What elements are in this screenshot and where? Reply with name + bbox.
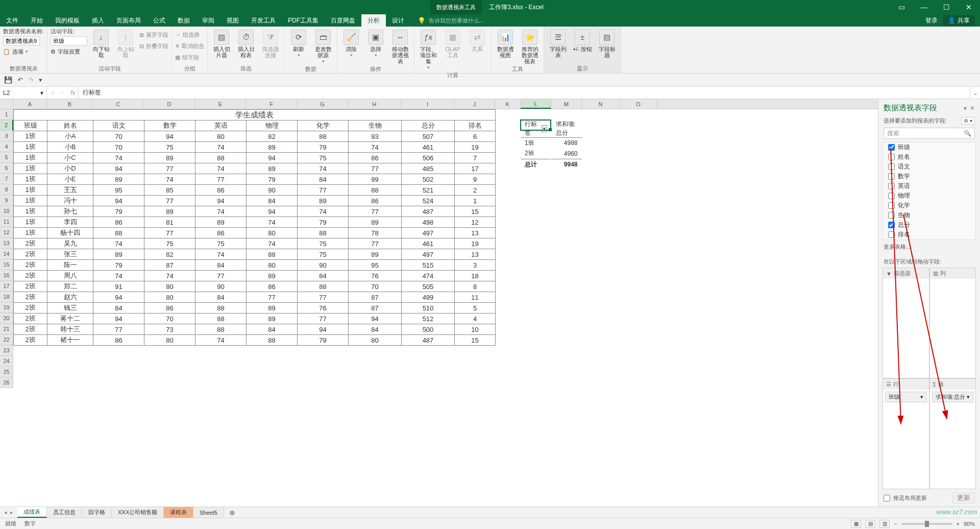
pivot-chart-button[interactable]: 📊数据透视图: [495, 28, 516, 58]
close-button[interactable]: ✕: [958, 0, 980, 14]
recommended-pivot-button[interactable]: ⭐推荐的数据透视表: [519, 28, 541, 64]
field-checkbox-row[interactable]: 姓名: [888, 152, 970, 162]
name-box[interactable]: L2 ▾: [0, 87, 47, 99]
pane-layout-button[interactable]: ⚙ ▾: [961, 117, 975, 125]
active-field-input[interactable]: [51, 36, 87, 45]
field-checkbox-row[interactable]: 总分: [888, 220, 970, 230]
field-headers-toggle[interactable]: ▤字段标题: [596, 28, 618, 58]
cancel-formula-icon[interactable]: ✕: [50, 89, 55, 97]
olap-tools-button[interactable]: ▦OLAP 工具: [442, 28, 463, 58]
ribbon-tab-10[interactable]: PDF工具集: [282, 14, 325, 27]
column-header[interactable]: J: [454, 99, 495, 109]
sheet-tab[interactable]: 课程表: [164, 507, 193, 518]
row-field-chip[interactable]: 班级▾: [885, 392, 927, 402]
column-header[interactable]: C: [93, 99, 144, 109]
select-all-corner[interactable]: [0, 99, 13, 109]
field-list-toggle[interactable]: ☰字段列表: [547, 28, 569, 58]
redo-icon[interactable]: ↷: [28, 76, 34, 84]
ribbon-tab-7[interactable]: 审阅: [196, 14, 220, 27]
row-header[interactable]: 4: [0, 141, 13, 152]
row-header[interactable]: 18: [0, 292, 13, 302]
column-header[interactable]: E: [195, 99, 246, 109]
drill-up-button[interactable]: ↑向上钻取: [115, 28, 136, 58]
insert-slicer-button[interactable]: ▤插入切片器: [211, 28, 232, 58]
field-checkbox[interactable]: [888, 193, 895, 199]
fields-items-sets-button[interactable]: ƒx字段、项目和集▾: [418, 28, 439, 70]
ribbon-tab-8[interactable]: 视图: [220, 14, 245, 27]
save-icon[interactable]: 💾: [4, 76, 12, 84]
close-pane-icon[interactable]: ✕: [970, 105, 975, 112]
drill-down-button[interactable]: ↓向下钻取: [90, 28, 112, 58]
row-header[interactable]: 11: [0, 217, 13, 227]
qat-customize-icon[interactable]: ▾: [39, 76, 42, 84]
row-header[interactable]: 1: [0, 109, 13, 120]
sheet-tab[interactable]: 员工信息: [47, 507, 82, 518]
column-header[interactable]: H: [348, 99, 401, 109]
maximize-button[interactable]: ☐: [935, 0, 958, 14]
row-header[interactable]: 6: [0, 163, 13, 174]
field-checkbox-row[interactable]: 语文: [888, 162, 970, 172]
ribbon-tab-12[interactable]: 分析: [361, 14, 386, 27]
field-checkbox[interactable]: [888, 183, 895, 189]
pane-dropdown-icon[interactable]: ▾: [964, 105, 967, 112]
expand-field-button[interactable]: ⊞ 展开字段: [139, 30, 168, 40]
row-header[interactable]: 13: [0, 238, 13, 249]
row-header[interactable]: 9: [0, 195, 13, 206]
row-header[interactable]: 17: [0, 281, 13, 292]
select-button[interactable]: ▣选择▾: [365, 28, 386, 58]
column-header[interactable]: M: [551, 99, 582, 109]
row-header[interactable]: 23: [0, 345, 13, 356]
defer-layout-checkbox[interactable]: [884, 495, 890, 501]
worksheet-grid[interactable]: ABCDEFGHIJKLMNO 123456789101112131415161…: [0, 99, 878, 507]
pivot-options-button[interactable]: 📋 选项 ▾: [3, 46, 44, 57]
update-button[interactable]: 更新: [952, 492, 975, 503]
ribbon-tab-9[interactable]: 开发工具: [245, 14, 282, 27]
login-button[interactable]: 登录: [920, 16, 943, 25]
area-columns[interactable]: ▥列: [929, 268, 976, 378]
column-header[interactable]: B: [47, 99, 93, 109]
field-checkbox-row[interactable]: 化学: [888, 201, 970, 210]
zoom-in-icon[interactable]: +: [957, 521, 960, 527]
group-field-button[interactable]: ▦ 组字段: [175, 52, 204, 62]
group-selection-button[interactable]: → 组选择: [175, 30, 204, 40]
field-checkbox[interactable]: [888, 144, 895, 151]
field-checkbox-row[interactable]: 英语: [888, 181, 970, 191]
refresh-button[interactable]: ⟳刷新▾: [288, 28, 309, 58]
add-sheet-button[interactable]: ⊕: [224, 507, 240, 518]
formula-input[interactable]: 行标签: [79, 87, 970, 99]
row-header[interactable]: 19: [0, 302, 13, 313]
row-header[interactable]: 24: [0, 356, 13, 367]
sheet-tab[interactable]: 成绩表: [17, 507, 47, 518]
page-layout-view-icon[interactable]: ▤: [865, 520, 875, 528]
ribbon-display-options-icon[interactable]: ▭: [890, 0, 913, 14]
row-header[interactable]: 15: [0, 259, 13, 270]
field-checkbox[interactable]: [888, 222, 895, 228]
ribbon-tab-3[interactable]: 插入: [86, 14, 110, 27]
field-checkbox[interactable]: [888, 154, 895, 160]
field-checkbox[interactable]: [888, 231, 895, 238]
field-checkbox-row[interactable]: 生物: [888, 210, 970, 220]
column-header[interactable]: N: [582, 99, 620, 109]
row-header[interactable]: 12: [0, 227, 13, 238]
plus-minus-toggle[interactable]: ±+/- 按钮: [572, 28, 593, 52]
field-checkbox[interactable]: [888, 173, 895, 180]
column-header[interactable]: D: [144, 99, 195, 109]
row-header[interactable]: 2: [0, 120, 13, 131]
column-header[interactable]: G: [297, 99, 348, 109]
area-filters[interactable]: ▼筛选器: [883, 268, 929, 378]
field-checkbox[interactable]: [888, 202, 895, 209]
field-settings-button[interactable]: ⚙ 字段设置: [51, 46, 87, 57]
column-header[interactable]: A: [13, 99, 47, 109]
filter-connections-button[interactable]: ⧩筛选器连接: [260, 28, 281, 58]
area-values[interactable]: Σ值 求和项:总分▾: [929, 378, 976, 489]
sheet-nav-first-icon[interactable]: ◂: [4, 509, 7, 516]
enter-formula-icon[interactable]: ✓: [60, 89, 65, 97]
share-button[interactable]: 👤 共享: [943, 15, 975, 26]
zoom-slider[interactable]: [901, 523, 952, 525]
sheet-tab[interactable]: 田字格: [82, 507, 112, 518]
relationships-button[interactable]: ⇄关系: [467, 28, 488, 52]
row-header[interactable]: 16: [0, 270, 13, 281]
expand-formula-bar-icon[interactable]: ⌄: [970, 87, 980, 99]
tell-me-search[interactable]: 💡 告诉我您想要做什么...: [418, 14, 484, 27]
ribbon-tab-2[interactable]: 我的模板: [49, 14, 86, 27]
